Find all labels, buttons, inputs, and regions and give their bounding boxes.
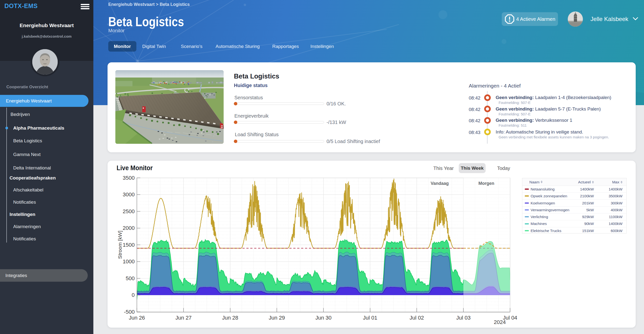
svg-text:Jul 03: Jul 03 <box>456 315 471 321</box>
svg-text:Jun 29: Jun 29 <box>269 315 285 321</box>
svg-text:Stroom [kW]: Stroom [kW] <box>117 231 123 259</box>
svg-text:Vandaag: Vandaag <box>431 181 449 186</box>
svg-text:500: 500 <box>126 275 135 281</box>
svg-text:2000: 2000 <box>123 225 135 231</box>
svg-text:3500: 3500 <box>123 175 135 181</box>
svg-text:1500: 1500 <box>123 242 135 248</box>
svg-text:2500: 2500 <box>123 208 135 214</box>
svg-text:Jun 28: Jun 28 <box>222 315 238 321</box>
svg-text:Jun 27: Jun 27 <box>176 315 192 321</box>
svg-text:Morgen: Morgen <box>478 181 494 186</box>
svg-text:-500: -500 <box>124 309 135 315</box>
svg-text:Jun 30: Jun 30 <box>315 315 332 321</box>
svg-text:3000: 3000 <box>123 191 135 198</box>
svg-text:Jul 01: Jul 01 <box>363 315 377 321</box>
svg-text:Jun 26: Jun 26 <box>129 315 145 321</box>
svg-text:0: 0 <box>132 292 135 298</box>
svg-text:Jul 02: Jul 02 <box>410 315 424 321</box>
svg-text:1000: 1000 <box>123 258 135 264</box>
svg-text:2024: 2024 <box>494 319 506 325</box>
